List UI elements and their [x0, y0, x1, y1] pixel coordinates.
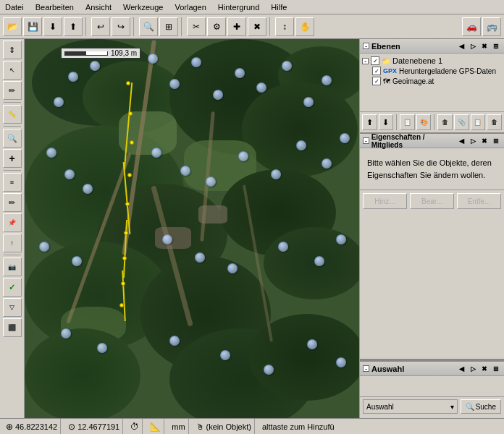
cursor-icon: 🖱 [196, 422, 204, 431]
root-expand-icon[interactable]: - [362, 58, 369, 64]
map-area[interactable]: 109,3 m [25, 39, 359, 418]
selection-title: Auswahl [371, 365, 404, 373]
layers-detach-icon[interactable]: ▷ [468, 41, 478, 51]
lt-arrow[interactable]: ↑ [3, 234, 22, 252]
hint-text: alttaste zum Hinzufü [262, 422, 335, 431]
cut-button[interactable]: ✂ [187, 17, 206, 36]
transport-buttons: 🚗 🚌 [462, 17, 501, 36]
menu-vorlagen[interactable]: Vorlagen [172, 2, 208, 12]
menu-ansicht[interactable]: Ansicht [83, 2, 114, 12]
status-angle: 📐 [147, 419, 164, 434]
geo-layer-name: Geoimage.at [392, 77, 434, 85]
car-icon[interactable]: 🚗 [462, 17, 481, 36]
layers-expand-icon[interactable]: - [363, 43, 369, 49]
status-object: 🖱 (kein Objekt) [193, 419, 255, 434]
lat-icon: ⊕ [6, 422, 13, 432]
layer-item-geo[interactable]: ✓ 🗺 Geoimage.at [372, 76, 502, 86]
aerial-photo: 109,3 m [25, 39, 359, 418]
lt-draw[interactable]: ✏ [3, 81, 22, 100]
status-time: ⏱ [127, 419, 143, 434]
root-layer-icon: 📁 [382, 57, 390, 65]
sel-detach-icon[interactable]: ▷ [468, 364, 478, 374]
upload-button[interactable]: ⬆ [64, 17, 83, 36]
layer-remove-btn[interactable]: 🗑 [487, 114, 502, 130]
selection-dropdown-label: Auswahl [366, 403, 394, 411]
properties-panel: - Eigenschaften / Mitglieds ◀ ▷ ✖ ⊞ Bitt… [360, 134, 504, 360]
lt-pin[interactable]: 📌 [3, 213, 22, 232]
object-label: (kein Objekt) [206, 422, 251, 431]
layer1-name: Datenebene 1 [392, 56, 442, 65]
lt-search[interactable]: 🔍 [3, 129, 22, 148]
main-area: ⇕ ↖ ✏ 📏 🔍 + ≡ ✏ 📌 ↑ 📷 ✓ ▽ ⬛ [0, 39, 504, 418]
layer-clip-btn[interactable]: 📎 [454, 114, 469, 130]
settings-button[interactable]: ⚙ [207, 17, 226, 36]
lt-select[interactable]: ↖ [3, 61, 22, 80]
sel-pin-icon[interactable]: ◀ [456, 364, 466, 374]
open-button[interactable]: 📂 [3, 17, 22, 36]
lt-edit[interactable]: ✏ [3, 193, 22, 212]
props-description: Bitte wählen Sie die Objekte, deren Eige… [367, 157, 497, 181]
lt-measure[interactable]: 📏 [3, 105, 22, 124]
root-checkbox[interactable]: ✓ [371, 56, 379, 65]
add-button[interactable]: ✚ [227, 17, 246, 36]
selection-expand-icon[interactable]: - [363, 365, 369, 372]
layer-delete-btn[interactable]: 🗑 [437, 114, 453, 130]
layers-expand-panel-icon[interactable]: ⊞ [491, 41, 501, 51]
selection-toolbar: Auswahl ▾ 🔍 Suche [360, 396, 504, 416]
props-expand-panel-icon[interactable]: ⊞ [491, 136, 501, 146]
lon-icon: ⊙ [68, 422, 75, 432]
props-expand-icon[interactable]: - [363, 137, 369, 144]
lt-zoomin[interactable]: + [3, 149, 22, 168]
layer-style-btn[interactable]: 🎨 [416, 114, 432, 130]
download-button[interactable]: ⬇ [43, 17, 62, 36]
props-content: Bitte wählen Sie die Objekte, deren Eige… [360, 148, 504, 190]
menu-werkzeuge[interactable]: Werkzeuge [121, 2, 165, 12]
lt-layers[interactable]: ≡ [3, 173, 22, 192]
search-button[interactable]: 🔍 [139, 17, 158, 36]
undo-button[interactable]: ↩ [91, 17, 110, 36]
redo-button[interactable]: ↪ [112, 17, 130, 36]
layers-pin-icon[interactable]: ◀ [456, 41, 466, 51]
lt-photo[interactable]: 📷 [3, 258, 22, 276]
layer-item-root[interactable]: - ✓ 📁 Datenebene 1 [362, 56, 502, 66]
layer-tree: - ✓ 📁 Datenebene 1 ✓ GPX Heruntergeladen… [362, 56, 502, 86]
layers-close-icon[interactable]: ✖ [479, 41, 490, 51]
search-sel-btn[interactable]: 🔍 Suche [461, 399, 501, 414]
layer-item-gps[interactable]: ✓ GPX Heruntergeladene GPS-Daten [372, 66, 502, 76]
menu-datei[interactable]: Datei [3, 2, 26, 12]
menu-hilfe[interactable]: Hilfe [269, 2, 289, 12]
menu-bearbeiten[interactable]: Bearbeiten [33, 2, 76, 12]
props-detach-icon[interactable]: ▷ [468, 136, 478, 146]
props-edit-button[interactable]: Bear... [410, 193, 454, 209]
layer-paste-btn[interactable]: 📋 [471, 114, 486, 130]
lt-sep-1 [4, 102, 21, 103]
layer-copy-btn[interactable]: 📋 [400, 114, 415, 130]
save-button[interactable]: 💾 [23, 17, 42, 36]
time-icon: ⏱ [130, 422, 139, 432]
props-add-button[interactable]: Hinz... [363, 193, 407, 209]
pan-button[interactable]: ✋ [295, 17, 314, 36]
sel-close-icon[interactable]: ✖ [479, 364, 490, 374]
geo-checkbox[interactable]: ✓ [372, 77, 381, 85]
gps-checkbox[interactable]: ✓ [372, 67, 381, 75]
selection-dropdown[interactable]: Auswahl ▾ [363, 399, 458, 414]
grid-button[interactable]: ⊞ [159, 17, 178, 36]
lt-frame[interactable]: ⬛ [3, 318, 22, 337]
gps-icon: GPX [383, 67, 397, 75]
sel-expand-panel-icon[interactable]: ⊞ [491, 364, 501, 374]
layer-down-btn[interactable]: ⬇ [379, 114, 394, 130]
lt-confirm[interactable]: ✓ [3, 278, 22, 297]
lt-zoom[interactable]: ⇕ [3, 41, 22, 59]
scale-bar: 109,3 m [61, 48, 140, 59]
menu-hintergrund[interactable]: Hintergrund [216, 2, 261, 12]
move-button[interactable]: ↕ [275, 17, 294, 36]
lt-filter[interactable]: ▽ [3, 298, 22, 317]
props-pin-icon[interactable]: ◀ [456, 136, 466, 146]
props-remove-button[interactable]: Entfe... [457, 193, 501, 209]
remove-button[interactable]: ✖ [248, 17, 266, 36]
bus-icon[interactable]: 🚌 [482, 17, 501, 36]
layer-up-btn[interactable]: ⬆ [362, 114, 377, 130]
status-lon: ⊙ 12.4677191 [65, 419, 123, 434]
props-close-icon[interactable]: ✖ [479, 136, 490, 146]
scale-text: 109,3 m [111, 49, 137, 57]
